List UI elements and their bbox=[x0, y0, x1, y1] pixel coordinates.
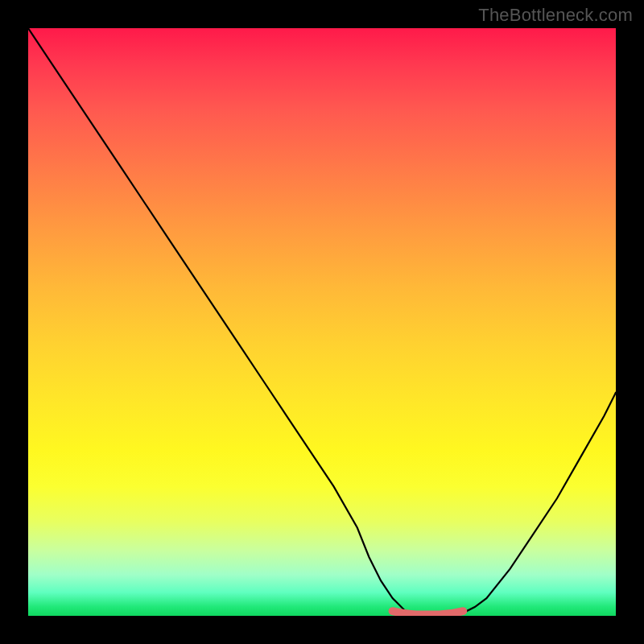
bottleneck-curve-path bbox=[28, 28, 616, 616]
chart-plot-area bbox=[28, 28, 616, 616]
watermark-label: TheBottleneck.com bbox=[478, 5, 633, 26]
optimal-range-marker-path bbox=[393, 611, 464, 614]
chart-curve-layer bbox=[28, 28, 616, 616]
